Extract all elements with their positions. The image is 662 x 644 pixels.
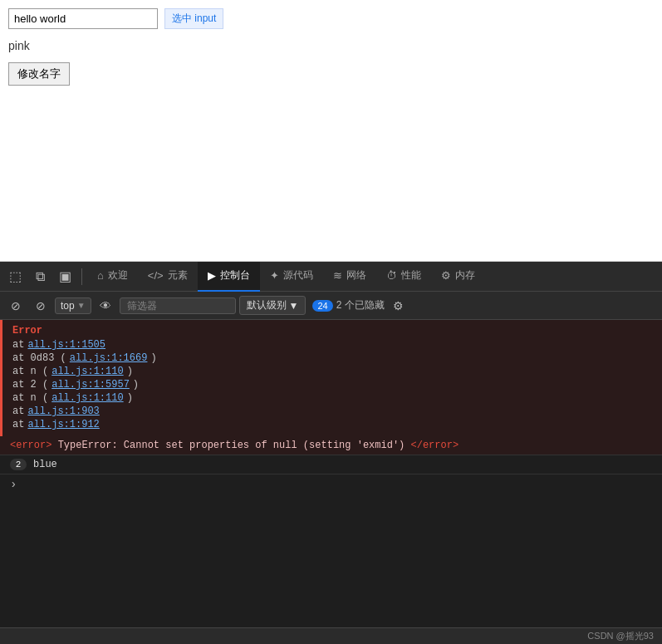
stack-link-7[interactable]: all.js:1:912 <box>27 419 99 430</box>
tab-performance-label: 性能 <box>401 268 421 283</box>
stack-link-2[interactable]: all.js:1:1669 <box>70 352 148 364</box>
context-selector[interactable]: top ▼ <box>55 297 91 314</box>
sources-icon: ✦ <box>270 269 279 282</box>
stack-line-1: at all.js:1:1505 <box>12 338 652 351</box>
stack-line-3: at n ( all.js:1:110 ) <box>12 365 652 378</box>
tab-performance[interactable]: ⏱ 性能 <box>376 262 431 292</box>
hidden-count-label: 2 个已隐藏 <box>336 298 385 312</box>
stack-link-3[interactable]: all.js:1:110 <box>51 366 123 377</box>
tab-network-label: 网络 <box>346 268 366 283</box>
log-level-arrow: ▼ <box>289 300 299 312</box>
tab-elements[interactable]: </> 元素 <box>138 262 198 292</box>
stack-link-4[interactable]: all.js:1:5957 <box>51 379 130 391</box>
error-message-text: TypeError: Cannot set properties of null… <box>58 440 405 451</box>
count-badge: 24 <box>312 300 332 312</box>
welcome-icon: ⌂ <box>97 269 104 282</box>
tab-memory-label: 内存 <box>455 268 475 283</box>
log-level-label: 默认级别 <box>247 298 287 312</box>
error-message-line: <error> TypeError: Cannot set properties… <box>0 436 662 455</box>
network-icon: ≋ <box>333 269 342 282</box>
error-open-tag: <error> <box>10 440 51 451</box>
stack-line-7: at all.js:1:912 <box>12 418 652 431</box>
stack-line-5: at n ( all.js:1:110 ) <box>12 391 652 405</box>
stack-link-1[interactable]: all.js:1:1505 <box>27 339 105 351</box>
devtools-toolbar: ⊘ ⊘ top ▼ 👁 默认级别 ▼ 24 2 个已隐藏 ⚙ <box>0 292 662 320</box>
elements-icon: </> <box>148 269 164 282</box>
log-text-blue: blue <box>33 459 57 470</box>
context-dropdown-arrow: ▼ <box>77 301 86 310</box>
devtools-tabs: ⌂ 欢迎 </> 元素 ▶ 控制台 ✦ 源代码 ≋ 网络 ⏱ 性能 <box>87 262 659 292</box>
selected-badge: 选中 input <box>164 8 223 29</box>
filter-input[interactable] <box>120 297 236 314</box>
sidebar-toggle-icon[interactable]: ▣ <box>53 265 76 288</box>
memory-icon: ⚙ <box>441 269 451 282</box>
input-row: 选中 input <box>8 8 654 29</box>
tab-welcome-label: 欢迎 <box>108 268 128 283</box>
device-toggle-icon[interactable]: ⧉ <box>28 265 51 288</box>
devtools-bottombar: CSDN @摇光93 <box>0 627 662 644</box>
log-line-blue: 2 blue <box>0 455 662 474</box>
arrow-icon: › <box>10 478 17 491</box>
error-block: Error at all.js:1:1505 at 0d83 ( all.js:… <box>0 320 662 436</box>
context-label: top <box>61 300 75 312</box>
no-entry-icon[interactable]: ⊘ <box>30 295 51 317</box>
inspect-element-icon[interactable]: ⬚ <box>3 265 27 288</box>
log-count-2: 2 <box>10 459 27 470</box>
performance-icon: ⏱ <box>386 269 397 282</box>
tab-separator <box>81 268 82 285</box>
content-area: 选中 input pink 修改名字 <box>0 0 662 262</box>
log-level-dropdown[interactable]: 默认级别 ▼ <box>239 296 306 315</box>
devtools-panel: ⬚ ⧉ ▣ ⌂ 欢迎 </> 元素 ▶ 控制台 ✦ 源代码 ≋ 网络 <box>0 262 662 644</box>
tab-console-label: 控制台 <box>220 268 250 283</box>
hello-world-input[interactable] <box>8 8 158 29</box>
devtools-tabbar: ⬚ ⧉ ▣ ⌂ 欢迎 </> 元素 ▶ 控制台 ✦ 源代码 ≋ 网络 <box>0 262 662 292</box>
tab-welcome[interactable]: ⌂ 欢迎 <box>87 262 138 292</box>
pink-label: pink <box>8 39 654 52</box>
stack-line-4: at 2 ( all.js:1:5957 ) <box>12 378 652 391</box>
stack-link-5[interactable]: all.js:1:110 <box>51 392 123 404</box>
error-label: Error <box>12 325 652 337</box>
tab-sources[interactable]: ✦ 源代码 <box>260 262 323 292</box>
expand-arrow[interactable]: › <box>0 474 662 494</box>
eye-icon[interactable]: 👁 <box>95 295 116 317</box>
tab-elements-label: 元素 <box>168 268 188 283</box>
clear-console-icon[interactable]: ⊘ <box>5 295 27 317</box>
stack-line-6: at all.js:1:903 <box>12 405 652 418</box>
tab-memory[interactable]: ⚙ 内存 <box>431 262 485 292</box>
stack-link-6[interactable]: all.js:1:903 <box>27 406 99 417</box>
tab-network[interactable]: ≋ 网络 <box>323 262 376 292</box>
credit-text: CSDN @摇光93 <box>587 630 654 642</box>
console-output: Error at all.js:1:1505 at 0d83 ( all.js:… <box>0 320 662 627</box>
console-settings-icon[interactable]: ⚙ <box>388 295 409 317</box>
console-icon: ▶ <box>208 269 216 282</box>
stack-line-2: at 0d83 ( all.js:1:1669 ) <box>12 351 652 365</box>
error-close-tag: </error> <box>411 440 459 451</box>
tab-console[interactable]: ▶ 控制台 <box>198 262 260 292</box>
message-count-badge: 24 <box>312 300 332 312</box>
modify-name-button[interactable]: 修改名字 <box>8 62 70 86</box>
tab-sources-label: 源代码 <box>283 268 313 283</box>
